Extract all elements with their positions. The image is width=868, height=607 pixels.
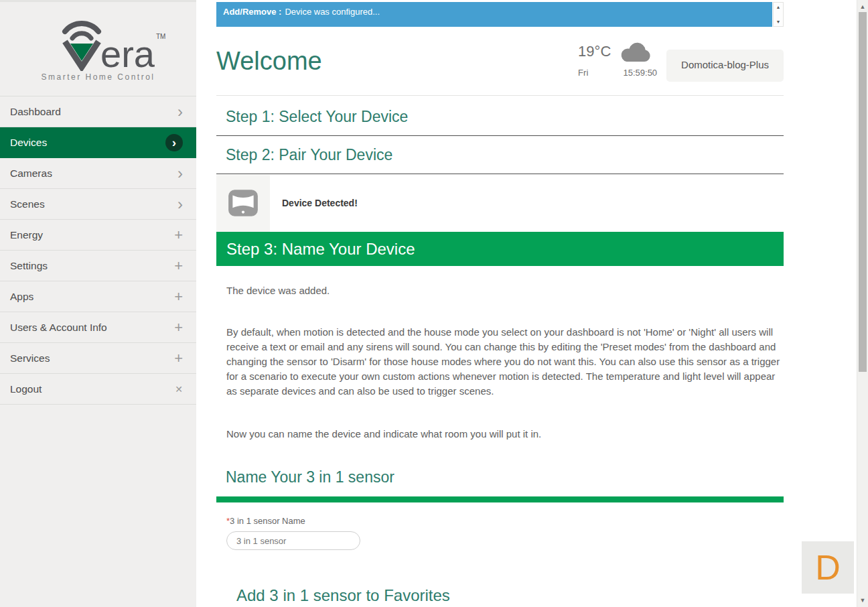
active-indicator: › [165,134,183,151]
sidebar-item-label: Devices [10,137,47,149]
scroll-up-icon[interactable]: ▲ [857,3,868,10]
sensor-name-label: *3 in 1 sensor Name [216,516,784,526]
scrollbar-thumb[interactable] [859,12,867,372]
sidebar-item-label: Cameras [10,167,52,180]
chevron-right-icon: › [177,196,183,212]
notification-scrollbar[interactable]: ▲ ▼ [773,2,784,27]
device-detected-label: Device Detected! [282,198,358,208]
step3-heading: Step 3: Name Your Device [216,232,784,266]
sidebar-item-services[interactable]: Services + [0,343,196,374]
naming-instruction-text: Now you can name the device and indicate… [216,427,784,442]
favorites-heading: Add 3 in 1 sensor to Favorites [216,586,784,605]
sidebar-item-label: Dashboard [10,106,61,118]
scroll-up-icon[interactable]: ▲ [776,5,781,9]
plus-icon: + [174,228,183,243]
device-icon-box [216,175,270,232]
notification-message: Device was configured... [285,7,380,17]
sidebar-item-label: Scenes [10,198,45,210]
sidebar-item-logout[interactable]: Logout ✕ [0,374,196,405]
step1-heading: Step 1: Select Your Device [216,108,784,126]
header-divider [216,95,784,96]
step1-divider [216,135,784,136]
page-scrollbar[interactable]: ▲ ▼ [857,0,868,607]
logo-tm: TM [156,33,165,40]
weather-day: Fri [578,68,588,78]
plus-icon: + [174,289,183,304]
weather-widget: 19°C Fri 15:59:50 [578,40,657,95]
close-icon: ✕ [175,385,183,394]
clock-time: 15:59:50 [624,68,658,78]
vera-logo: era TM Smarter Home Control [0,2,196,96]
sidebar-item-label: Apps [10,291,33,303]
sidebar-item-settings[interactable]: Settings + [0,251,196,281]
sidebar-item-cameras[interactable]: Cameras › [0,158,196,189]
logo-tagline: Smarter Home Control [41,72,155,82]
chevron-right-icon: › [177,165,183,182]
plus-icon: + [174,320,183,335]
sidebar-item-label: Settings [10,260,48,272]
vera-logo-mark: era TM [31,16,165,71]
notification-banner: Add/Remove : Device was configured... [216,2,772,27]
temperature-value: 19°C [578,43,611,60]
logo-text: era [100,33,155,71]
sidebar-item-apps[interactable]: Apps + [0,281,196,312]
sidebar-item-label: Users & Account Info [10,322,107,334]
notification-label: Add/Remove : [223,7,281,17]
device-detected-row: Device Detected! [216,174,784,232]
section-progress-bar [216,496,784,502]
step2-heading: Step 2: Pair Your Device [216,146,784,164]
sidebar-item-label: Energy [10,229,43,241]
scroll-down-icon[interactable]: ▼ [776,19,781,24]
sensor-description-text: By default, when motion is detected and … [216,325,784,399]
page-header: Welcome 19°C Fri 15:59:50 Domotica-blog-… [216,38,784,95]
sidebar-item-scenes[interactable]: Scenes › [0,189,196,220]
chevron-right-icon: › [172,136,176,149]
sidebar-item-label: Services [10,352,50,364]
sidebar-item-devices[interactable]: Devices › [0,127,196,158]
sidebar-item-dashboard[interactable]: Dashboard › [0,96,196,127]
sidebar-nav: Dashboard › Devices › Cameras › Scenes ›… [0,96,196,405]
sensor-name-input[interactable] [226,531,360,550]
sidebar-item-users-account-info[interactable]: Users & Account Info + [0,312,196,343]
controller-selector[interactable]: Domotica-blog-Plus [666,50,784,82]
motion-sensor-icon [226,186,261,220]
scroll-down-icon[interactable]: ▼ [857,597,868,604]
avatar-letter: D [815,547,841,588]
sidebar-item-label: Logout [10,383,42,395]
sidebar-item-energy[interactable]: Energy + [0,220,196,251]
device-added-text: The device was added. [216,283,784,298]
plus-icon: + [174,259,183,273]
name-sensor-heading: Name Your 3 in 1 sensor [216,468,784,486]
plus-icon: + [174,351,183,366]
sidebar: era TM Smarter Home Control Dashboard › … [0,0,196,607]
cloud-icon [619,40,651,62]
page-title: Welcome [216,47,322,95]
account-avatar[interactable]: D [802,541,854,594]
chevron-right-icon: › [177,104,183,120]
main-content: Add/Remove : Device was configured... ▲ … [216,0,784,605]
